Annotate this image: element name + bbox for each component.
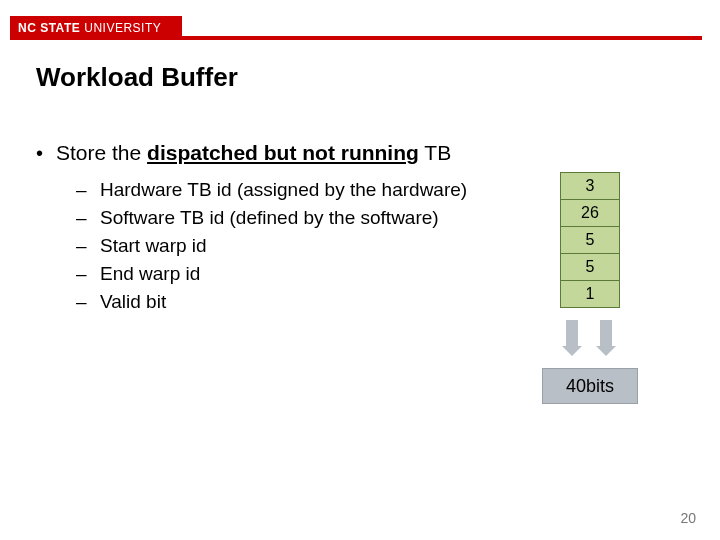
bit-cell: 3 <box>561 173 620 200</box>
slide-title: Workload Buffer <box>36 62 238 93</box>
page-number: 20 <box>680 510 696 526</box>
down-arrow-icon <box>600 320 612 348</box>
brand-bold: NC STATE <box>18 21 80 35</box>
list-item: – Hardware TB id (assigned by the hardwa… <box>36 176 556 204</box>
brand-light: UNIVERSITY <box>84 21 161 35</box>
bullet-prefix: Store the <box>56 141 147 164</box>
header-divider <box>182 36 702 40</box>
sub-bullet-text: Valid bit <box>100 288 166 316</box>
total-bits-box: 40bits <box>542 368 638 404</box>
bit-cell: 1 <box>561 281 620 308</box>
slide: NC STATE UNIVERSITY Workload Buffer • St… <box>0 0 720 540</box>
down-arrow-icon <box>566 320 578 348</box>
dash-marker: – <box>76 176 100 204</box>
list-item: – Software TB id (defined by the softwar… <box>36 204 556 232</box>
sub-bullet-text: End warp id <box>100 260 200 288</box>
sub-bullet-text: Software TB id (defined by the software) <box>100 204 439 232</box>
main-bullet: • Store the dispatched but not running T… <box>36 140 556 166</box>
bit-cell: 5 <box>561 254 620 281</box>
header: NC STATE UNIVERSITY <box>0 22 720 56</box>
list-item: – Start warp id <box>36 232 556 260</box>
bit-cell: 26 <box>561 200 620 227</box>
bit-cell: 5 <box>561 227 620 254</box>
dash-marker: – <box>76 288 100 316</box>
bullet-emphasis: dispatched but not running <box>147 141 419 164</box>
bullet-marker: • <box>36 140 56 166</box>
sub-bullet-text: Hardware TB id (assigned by the hardware… <box>100 176 467 204</box>
dash-marker: – <box>76 204 100 232</box>
arrow-group <box>560 320 620 350</box>
list-item: – Valid bit <box>36 288 556 316</box>
bullet-suffix: TB <box>419 141 451 164</box>
dash-marker: – <box>76 232 100 260</box>
sub-bullet-list: – Hardware TB id (assigned by the hardwa… <box>36 176 556 316</box>
list-item: – End warp id <box>36 260 556 288</box>
content-area: • Store the dispatched but not running T… <box>36 140 556 316</box>
sub-bullet-text: Start warp id <box>100 232 207 260</box>
dash-marker: – <box>76 260 100 288</box>
main-bullet-text: Store the dispatched but not running TB <box>56 140 451 166</box>
bit-width-table: 3 26 5 5 1 <box>560 172 620 308</box>
brand-badge: NC STATE UNIVERSITY <box>10 16 182 40</box>
